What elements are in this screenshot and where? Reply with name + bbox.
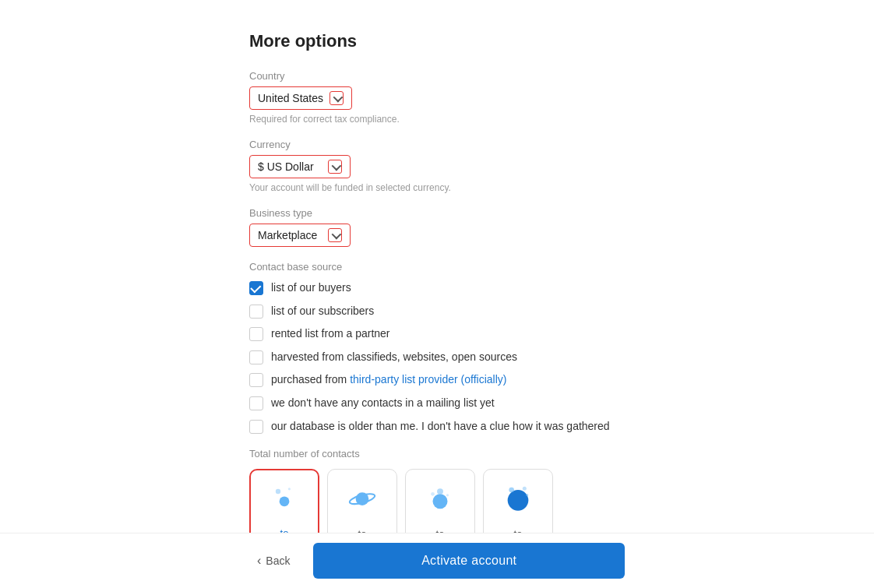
checkbox-unknown-label: our database is older than me. I don't h… — [271, 419, 610, 435]
checkbox-no-contacts-label: we don't have any contacts in a mailing … — [271, 396, 495, 411]
country-section: Country United States Required for corre… — [249, 70, 625, 125]
svg-point-6 — [437, 488, 443, 495]
checkbox-subscribers-label: list of our subscribers — [271, 304, 374, 319]
svg-point-0 — [280, 496, 290, 506]
list-item: our database is older than me. I don't h… — [249, 419, 625, 435]
page-container: More options Country United States Requi… — [0, 0, 874, 588]
checkbox-purchased[interactable] — [249, 373, 263, 387]
currency-section: Currency $ US Dollar Your account will b… — [249, 139, 625, 193]
country-value: United States — [258, 92, 323, 104]
planet-med-icon — [425, 479, 455, 516]
checkbox-unknown[interactable] — [249, 420, 263, 434]
checkbox-rented-label: rented list from a partner — [271, 326, 390, 342]
total-contacts-label: Total number of contacts — [249, 448, 625, 459]
svg-point-9 — [508, 490, 529, 511]
country-chevron-icon — [330, 91, 344, 105]
planet-small-icon — [347, 479, 378, 516]
page-title: More options — [249, 31, 625, 51]
planet-large-icon — [502, 479, 534, 516]
country-label: Country — [249, 70, 625, 82]
business-type-section: Business type Marketplace — [249, 207, 625, 247]
svg-point-7 — [431, 492, 435, 496]
checkbox-buyers[interactable] — [249, 281, 263, 295]
business-type-value: Marketplace — [258, 229, 317, 241]
back-button[interactable]: ‹ Back — [249, 554, 298, 568]
svg-point-5 — [433, 494, 448, 509]
list-item: rented list from a partner — [249, 326, 625, 342]
contact-base-label: Contact base source — [249, 261, 625, 273]
checkbox-harvested[interactable] — [249, 350, 263, 364]
currency-select[interactable]: $ US Dollar — [249, 155, 351, 178]
currency-hint: Your account will be funded in selected … — [249, 182, 625, 193]
checkbox-rented[interactable] — [249, 327, 263, 341]
currency-chevron-icon — [328, 160, 342, 174]
back-label: Back — [266, 555, 290, 567]
country-select[interactable]: United States — [249, 86, 352, 110]
planet-tiny-icon — [272, 480, 297, 516]
business-type-label: Business type — [249, 207, 625, 219]
svg-point-4 — [356, 492, 369, 505]
svg-point-11 — [523, 487, 527, 491]
contact-base-section: Contact base source list of our buyers l… — [249, 261, 625, 434]
list-item: list of our buyers — [249, 280, 625, 296]
checkbox-subscribers[interactable] — [249, 305, 263, 319]
business-type-chevron-icon — [328, 228, 342, 242]
checkbox-no-contacts[interactable] — [249, 396, 263, 410]
bottom-bar: ‹ Back Activate account — [0, 533, 874, 588]
list-item: list of our subscribers — [249, 304, 625, 319]
checkbox-buyers-label: list of our buyers — [271, 280, 351, 296]
svg-point-1 — [276, 489, 280, 494]
checkbox-harvested-label: harvested from classifieds, websites, op… — [271, 350, 517, 365]
currency-value: $ US Dollar — [258, 160, 314, 173]
content-area: More options Country United States Requi… — [0, 16, 874, 588]
activate-button[interactable]: Activate account — [313, 543, 625, 579]
checkbox-purchased-label: purchased from third-party list provider… — [271, 372, 506, 388]
svg-point-2 — [288, 488, 291, 490]
svg-point-12 — [526, 494, 528, 496]
back-arrow-icon: ‹ — [257, 554, 261, 568]
list-item: harvested from classifieds, websites, op… — [249, 350, 625, 365]
list-item: we don't have any contacts in a mailing … — [249, 396, 625, 411]
currency-label: Currency — [249, 139, 625, 150]
country-hint: Required for correct tax compliance. — [249, 114, 625, 125]
business-type-select[interactable]: Marketplace — [249, 224, 351, 247]
svg-point-10 — [509, 488, 514, 493]
svg-point-8 — [446, 494, 449, 496]
contact-base-list: list of our buyers list of our subscribe… — [249, 280, 625, 434]
list-item: purchased from third-party list provider… — [249, 372, 625, 388]
